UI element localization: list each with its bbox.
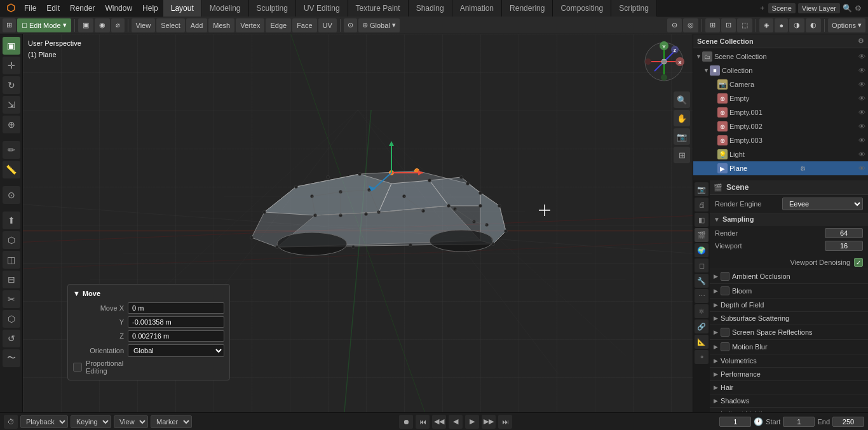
tab-animation[interactable]: Animation [452, 0, 502, 17]
empty003-eye-icon[interactable]: 👁 [858, 137, 865, 144]
bevel-btn[interactable]: ◫ [3, 251, 20, 269]
prop-world-icon[interactable]: 🌍 [695, 243, 709, 257]
bloom-checkbox[interactable] [721, 286, 729, 295]
indirect-lighting-section[interactable]: ▶ Indirect Lighting [710, 408, 868, 412]
mb-checkbox[interactable] [721, 342, 729, 351]
mesh-btn[interactable]: Mesh [208, 18, 234, 32]
scale-tool-btn[interactable]: ⇲ [3, 96, 20, 114]
ssr-checkbox[interactable] [721, 328, 729, 337]
end-frame-input[interactable] [832, 417, 864, 427]
magnet-btn[interactable]: ⊝ [667, 18, 682, 32]
extrude-btn[interactable]: ⬆ [3, 212, 20, 229]
scene-selector[interactable]: Scene [768, 3, 796, 13]
tab-scripting[interactable]: Scripting [611, 0, 657, 17]
prop-material-icon[interactable]: ⚬ [695, 350, 709, 364]
view-timeline-dropdown[interactable]: View [114, 415, 148, 428]
empty003-item[interactable]: ⊕ Empty.003 👁 [693, 133, 868, 147]
add-workspace-icon[interactable]: ＋ [759, 3, 766, 13]
tab-texture-paint[interactable]: Texture Paint [348, 0, 409, 17]
prop-render-icon[interactable]: 📷 [695, 182, 709, 196]
local-view-btn[interactable]: ⊞ [674, 147, 690, 163]
record-btn[interactable]: ⏺ [399, 415, 413, 429]
denoising-checkbox[interactable]: ✓ [854, 258, 863, 267]
edit-menu[interactable]: Edit [41, 0, 65, 17]
view-btn[interactable]: View [132, 18, 156, 32]
move-z-input[interactable] [128, 330, 224, 342]
material-btn[interactable]: ◑ [789, 18, 804, 32]
light-eye-icon[interactable]: 👁 [858, 151, 865, 158]
uv-btn[interactable]: UV [318, 18, 337, 32]
render-engine-select[interactable]: Eevee Cycles Workbench [782, 198, 863, 210]
next-keyframe-btn[interactable]: ▶▶ [482, 415, 496, 429]
sampling-section-header[interactable]: ▼ Sampling [710, 213, 868, 225]
tab-rendering[interactable]: Rendering [502, 0, 553, 17]
prop-data-icon[interactable]: 📐 [695, 335, 709, 349]
ambient-occlusion-section[interactable]: ▶ Ambient Occlusion [710, 269, 868, 284]
prop-constraints-icon[interactable]: 🔗 [695, 319, 709, 333]
select-btn[interactable]: Select [156, 18, 185, 32]
start-frame-input[interactable] [783, 417, 815, 427]
zoom-btn[interactable]: 🔍 [674, 91, 690, 108]
measure-btn[interactable]: 📏 [3, 161, 20, 178]
prev-keyframe-btn[interactable]: ◀◀ [432, 415, 446, 429]
wireframe-btn[interactable]: ◈ [759, 18, 773, 32]
prop-object-icon[interactable]: ◻ [695, 259, 709, 272]
solid-btn[interactable]: ● [775, 18, 788, 32]
orientation-select[interactable]: Global Local Normal [128, 344, 224, 357]
dof-section[interactable]: ▶ Depth of Field [710, 299, 868, 312]
empty-eye-icon[interactable]: 👁 [858, 95, 865, 102]
tab-sculpting[interactable]: Sculpting [249, 0, 296, 17]
empty001-item[interactable]: ⊕ Empty.001 👁 [693, 105, 868, 119]
empty002-item[interactable]: ⊕ Empty.002 👁 [693, 119, 868, 133]
hair-section[interactable]: ▶ Hair [710, 381, 868, 394]
tab-compositing[interactable]: Compositing [553, 0, 611, 17]
spin-btn[interactable]: ↺ [3, 330, 20, 347]
play-btn[interactable]: ▶ [465, 415, 479, 429]
knife-btn[interactable]: ✂ [3, 290, 20, 308]
select-circle-btn[interactable]: ◉ [95, 18, 110, 32]
rotate-tool-btn[interactable]: ↻ [3, 76, 20, 94]
pan-btn[interactable]: ✋ [674, 110, 690, 126]
current-frame-input[interactable] [719, 417, 751, 427]
edge-btn[interactable]: Edge [266, 18, 291, 32]
search-icon[interactable]: 🔍 [843, 4, 852, 13]
global-transform-btn[interactable]: ⊕ Global ▾ [358, 18, 400, 32]
options-btn[interactable]: Options ▾ [828, 18, 865, 32]
transform-pivot-btn[interactable]: ⊙ [344, 18, 357, 32]
plane-eye-icon[interactable]: 👁 [858, 165, 865, 172]
window-menu[interactable]: Window [100, 0, 137, 17]
move-x-input[interactable] [128, 302, 224, 314]
face-btn[interactable]: Face [292, 18, 316, 32]
cursor-btn[interactable]: ⊙ [3, 186, 20, 204]
viewport-gizmo-btn[interactable]: ⊞ [705, 18, 720, 32]
tab-uv-editing[interactable]: UV Editing [296, 0, 348, 17]
camera-eye-icon[interactable]: 👁 [858, 81, 865, 88]
editor-type-selector[interactable]: ⊞ [3, 18, 16, 32]
collection-eye-icon[interactable]: 👁 [858, 67, 865, 74]
jump-start-btn[interactable]: ⏮ [416, 415, 430, 429]
proportional-checkbox[interactable] [73, 363, 82, 372]
sss-section[interactable]: ▶ Subsurface Scattering [710, 312, 868, 325]
view-layer-selector[interactable]: View Layer [798, 3, 840, 13]
prop-physics-icon[interactable]: ⚛ [695, 304, 709, 318]
tab-shading[interactable]: Shading [409, 0, 452, 17]
add-btn[interactable]: Add [186, 18, 208, 32]
scene-collection-root[interactable]: ▼ 🗂 Scene Collection 👁 [693, 50, 868, 64]
light-item[interactable]: 💡 Light 👁 [693, 147, 868, 161]
prop-view-layer-icon[interactable]: ◧ [695, 213, 709, 227]
move-collapse-icon[interactable]: ▼ [73, 290, 80, 297]
empty-item[interactable]: ⊕ Empty 👁 [693, 91, 868, 105]
transform-tool-btn[interactable]: ⊕ [3, 116, 20, 133]
mode-selector[interactable]: ◻ Edit Mode ▾ [17, 18, 71, 32]
select-box-btn[interactable]: ▣ [78, 18, 93, 32]
tab-modeling[interactable]: Modeling [202, 0, 249, 17]
filter-icon[interactable]: ⚙ [855, 4, 862, 13]
empty001-eye-icon[interactable]: 👁 [858, 109, 865, 116]
playback-dropdown[interactable]: Playback [20, 415, 68, 428]
ssr-section[interactable]: ▶ Screen Space Reflections [710, 325, 868, 340]
render-menu[interactable]: Render [65, 0, 100, 17]
keying-dropdown[interactable]: Keying [71, 415, 111, 428]
bloom-section[interactable]: ▶ Bloom [710, 284, 868, 299]
vertex-btn[interactable]: Vertex [236, 18, 264, 32]
inset-btn[interactable]: ⬡ [3, 231, 20, 249]
